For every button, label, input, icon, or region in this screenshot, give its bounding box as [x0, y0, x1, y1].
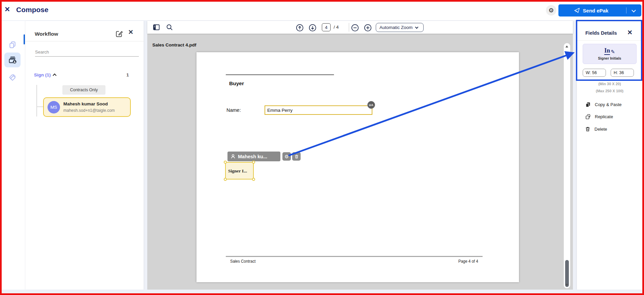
field-assignee-label: Mahesh ku...: [238, 154, 267, 159]
search-document-icon[interactable]: [166, 24, 173, 31]
delete-action[interactable]: Delete: [585, 126, 607, 132]
scroll-up-arrow[interactable]: [565, 45, 568, 47]
replicate-label: Replicate: [595, 114, 613, 119]
height-label: H:: [614, 70, 618, 75]
workflow-search-input[interactable]: [35, 48, 139, 57]
sidebar-item-documents[interactable]: [6, 38, 19, 51]
ua-assignee-badge: UA: [367, 101, 375, 109]
max-size-hint: (Max 250 X 100): [577, 89, 642, 93]
gear-icon: ⚙: [548, 7, 554, 14]
width-input[interactable]: [592, 70, 602, 75]
delete-trash-icon: [585, 126, 590, 132]
pdf-viewer: / 4 Automatic Zoom Sales Contract 4.pdf …: [147, 21, 573, 290]
resize-handle[interactable]: [224, 161, 227, 164]
toggle-sidebar-icon[interactable]: [153, 24, 160, 31]
scroll-down-arrow[interactable]: [565, 284, 568, 286]
zoom-level-value: Automatic Zoom: [379, 25, 412, 30]
workflow-panel: Workflow × Sign (1) 1 Contracts Only MS …: [25, 21, 144, 290]
name-label: Name:: [226, 107, 241, 113]
scrollbar-thumb[interactable]: [565, 260, 569, 287]
field-type-label: Signer Initials: [598, 56, 621, 60]
close-fields-details-icon[interactable]: ×: [627, 28, 632, 36]
sidebar-item-workflow-active[interactable]: [4, 53, 21, 67]
left-icon-rail: [0, 21, 25, 290]
sign-section-label[interactable]: Sign (1): [34, 72, 51, 77]
field-delete-button[interactable]: [292, 152, 301, 161]
replicate-icon: [585, 114, 591, 120]
field-settings-button[interactable]: ⚙: [282, 152, 291, 161]
copy-icon: [585, 102, 591, 107]
field-gear-icon: ⚙: [284, 154, 289, 159]
signer-initials-field-label: Signer I...: [228, 168, 247, 174]
width-label: W:: [586, 70, 591, 75]
send-epak-button[interactable]: Send ePak: [558, 4, 641, 17]
width-field[interactable]: W:: [583, 69, 606, 77]
zoom-level-select[interactable]: Automatic Zoom: [376, 23, 424, 32]
send-options-chevron-down-icon[interactable]: [632, 8, 636, 12]
pdf-page: Buyer Name: UA Mahesh ku... ⚙: [196, 52, 519, 282]
zoom-chevron-down-icon: [415, 25, 419, 29]
send-epak-label: Send ePak: [583, 8, 609, 13]
copy-paste-label: Copy & Paste: [595, 102, 622, 107]
footer-page-number: Page 4 of 4: [458, 259, 478, 264]
recipient-email: mahesh.sod+n1@taigle.com: [63, 108, 115, 113]
field-assignee-pill[interactable]: Mahesh ku...: [227, 152, 280, 161]
sign-section-chevron-up-icon[interactable]: [53, 73, 56, 77]
zoom-in-icon[interactable]: [364, 24, 372, 32]
replicate-action[interactable]: Replicate: [585, 114, 613, 120]
buyer-name-input[interactable]: [265, 105, 372, 115]
close-workflow-icon[interactable]: ×: [128, 28, 133, 36]
signer-initials-field[interactable]: Signer I...: [225, 162, 254, 179]
fields-details-divider: [577, 40, 642, 41]
previous-page-icon[interactable]: [296, 24, 304, 32]
resize-handle[interactable]: [252, 178, 255, 181]
fields-details-panel: Fields Details × In ✎ Signer Initials W:…: [577, 21, 642, 290]
next-page-icon[interactable]: [308, 24, 317, 32]
toolbar-divider: [349, 23, 349, 32]
resize-handle[interactable]: [252, 161, 255, 164]
zoom-out-icon[interactable]: [351, 24, 359, 32]
settings-gear-button[interactable]: ⚙: [546, 5, 556, 15]
buyer-heading: Buyer: [229, 80, 244, 87]
person-icon: [231, 154, 236, 159]
fields-details-title: Fields Details: [585, 30, 617, 36]
close-compose-icon[interactable]: ×: [5, 5, 10, 13]
resize-handle[interactable]: [224, 178, 227, 181]
delete-label: Delete: [594, 127, 607, 132]
scrollbar[interactable]: [564, 43, 570, 288]
pdf-canvas: Sales Contract 4.pdf Buyer Name: UA Mahe…: [147, 34, 573, 290]
workflow-tree-line: [36, 85, 37, 117]
footer-rule: [226, 256, 483, 257]
signature-line: [226, 74, 334, 75]
recipient-name: Mahesh kumar Sood: [63, 101, 108, 106]
page-number-input[interactable]: [322, 23, 331, 31]
documents-copy-icon: [8, 41, 17, 49]
pen-icon: ✎: [611, 49, 615, 55]
avatar: MS: [48, 101, 60, 113]
sign-section-count: 1: [126, 72, 129, 77]
initials-sample-text: In: [604, 47, 610, 55]
workflow-recipients-icon: [8, 55, 17, 65]
top-bar: × Compose ⚙ Send ePak: [0, 0, 644, 21]
tags-icon: [8, 74, 17, 82]
height-input[interactable]: [619, 70, 630, 75]
send-button-divider: [626, 7, 626, 13]
pdf-toolbar: / 4 Automatic Zoom: [147, 21, 573, 34]
send-plane-icon: [574, 7, 580, 13]
contracts-only-badge: Contracts Only: [62, 85, 105, 95]
sidebar-item-tags[interactable]: [6, 71, 19, 84]
page-total-label: / 4: [334, 25, 339, 30]
workflow-header-divider: [25, 41, 144, 41]
recipient-card[interactable]: MS Mahesh kumar Sood mahesh.sod+n1@taigl…: [43, 97, 131, 117]
document-file-name: Sales Contract 4.pdf: [152, 42, 196, 47]
workflow-panel-title: Workflow: [35, 31, 58, 37]
field-trash-icon: [294, 154, 299, 159]
footer-doc-title: Sales Contract: [230, 259, 255, 264]
height-field[interactable]: H:: [611, 69, 634, 77]
copy-paste-action[interactable]: Copy & Paste: [585, 102, 622, 107]
field-type-card[interactable]: In ✎ Signer Initials: [583, 44, 637, 64]
page-title: Compose: [16, 6, 49, 14]
workflow-tree-connector: [36, 106, 43, 107]
edit-workflow-icon[interactable]: [116, 30, 123, 37]
min-size-hint: (Min 30 X 20): [577, 82, 642, 86]
